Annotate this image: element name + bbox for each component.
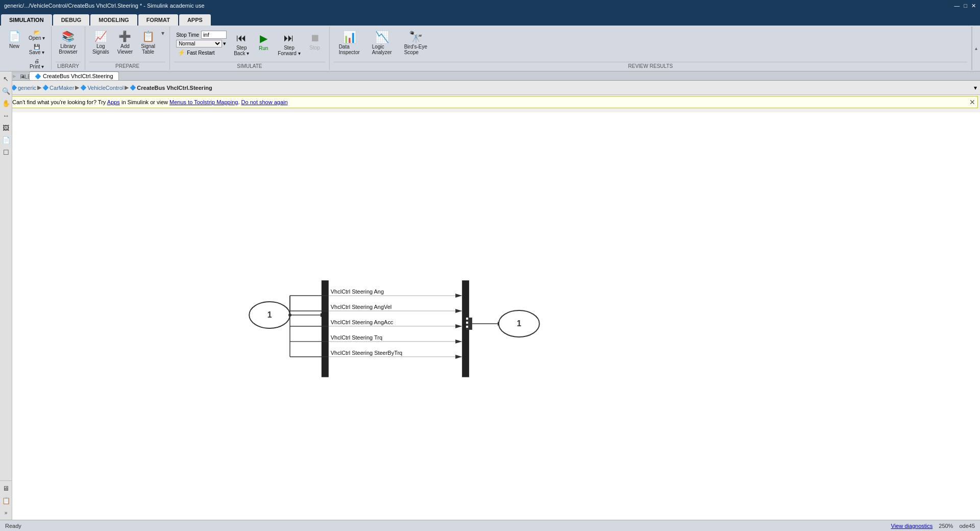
print-icon: 🖨 — [34, 58, 39, 64]
simulation-mode-select[interactable]: Normal Accelerator Rapid Accelerator — [176, 40, 222, 47]
do-not-show-link[interactable]: Do not show again — [241, 99, 288, 105]
add-viewer-label: AddViewer — [117, 43, 133, 55]
breadcrumb-carmaker[interactable]: 🔷 CarMaker — [42, 85, 74, 91]
ribbon-section-simulate: Stop Time Normal Accelerator Rapid Accel… — [170, 27, 330, 70]
status-text: Ready — [5, 523, 21, 529]
ribbon-collapse-button[interactable]: ▴ — [972, 27, 980, 70]
tab-debug[interactable]: DEBUG — [53, 14, 90, 26]
fast-restart-icon: ⚡ — [178, 49, 185, 56]
new-icon: 📄 — [8, 30, 21, 42]
sidebar-rect-tool[interactable]: ☐ — [1, 147, 11, 157]
infobar: ℹ Can't find what you're looking for? Tr… — [2, 96, 978, 108]
editor-tab-label: CreateBus VhclCtrl.Steering — [43, 73, 113, 79]
stop-button[interactable]: ⏹ Stop — [305, 31, 325, 52]
editor-tab-createbus[interactable]: 🔷 CreateBus VhclCtrl.Steering — [29, 71, 119, 80]
signal-arrow-2 — [455, 309, 462, 313]
mode-dropdown-icon[interactable]: ▾ — [223, 40, 226, 47]
add-viewer-button[interactable]: ➕ AddViewer — [114, 29, 136, 56]
breadcrumb-vehiclecontrol-icon: 🔷 — [80, 85, 86, 90]
breadcrumb-generic[interactable]: 🔷 generic — [11, 85, 36, 91]
birds-eye-scope-button[interactable]: 🔭 Bird's-EyeScope — [399, 29, 432, 57]
stop-time-input[interactable] — [201, 31, 227, 39]
print-button[interactable]: 🖨 Print ▾ — [27, 57, 47, 70]
minimize-button[interactable]: — — [954, 3, 960, 9]
signal-arrow-3 — [455, 324, 462, 328]
tab-simulation[interactable]: SIMULATION — [1, 14, 52, 26]
maximize-button[interactable]: □ — [964, 3, 967, 9]
tab-format[interactable]: FORMAT — [138, 14, 178, 26]
ribbon-section-file: 📄 New 📂 Open ▾ 💾 Save ▾ 🖨 Print ▾ FILE — [0, 27, 52, 70]
breadcrumb: 🔷 generic ▶ 🔷 CarMaker ▶ 🔷 VehicleContro… — [11, 84, 212, 91]
infobar-text: Can't find what you're looking for? Try … — [12, 99, 288, 105]
open-icon: 📂 — [34, 30, 40, 35]
collapse-breadcrumb-button[interactable]: ▾ — [974, 84, 977, 91]
data-inspector-icon: 📊 — [342, 31, 356, 44]
fast-restart-button[interactable]: ⚡ Fast Restart — [176, 49, 227, 57]
menus-mapping-link[interactable]: Menus to Toolstrip Mapping — [169, 99, 238, 105]
new-button[interactable]: 📄 New — [4, 29, 24, 51]
open-button[interactable]: 📂 Open ▾ — [27, 29, 47, 42]
data-inspector-button[interactable]: 📊 DataInspector — [334, 29, 365, 57]
data-inspector-label: DataInspector — [339, 44, 360, 55]
add-viewer-icon: ➕ — [118, 30, 131, 42]
fanout-dot — [288, 313, 291, 317]
signal-table-button[interactable]: 📋 SignalTable — [138, 29, 158, 56]
statusbar: Ready View diagnostics 250% ode45 — [0, 520, 980, 531]
editor-tabs-row: ◂ ▸ ▴ 🔷 CreateBus VhclCtrl.Steering — [0, 71, 980, 81]
prepare-section-label: PREPARE — [89, 62, 165, 70]
breadcrumb-vehiclecontrol[interactable]: 🔷 VehicleControl — [80, 85, 124, 91]
tab-modeling[interactable]: MODELING — [90, 14, 137, 26]
step-back-button[interactable]: ⏮ StepBack ▾ — [231, 31, 252, 58]
tab-apps[interactable]: APPS — [179, 14, 211, 26]
apps-link[interactable]: Apps — [107, 99, 120, 105]
stop-label: Stop — [309, 45, 320, 51]
logic-analyzer-icon: 📉 — [375, 31, 389, 44]
infobar-close-button[interactable]: ✕ — [969, 98, 975, 106]
breadcrumb-generic-label: generic — [18, 85, 36, 91]
open-label: Open ▾ — [29, 35, 45, 41]
diagram-canvas: 1 VhclCtrl Steering Ang VhclCtrl Steerin… — [12, 112, 980, 520]
run-label: Run — [259, 45, 268, 51]
signal-label-1: VhclCtrl Steering Ang — [331, 288, 384, 295]
signal-label-2: VhclCtrl Steering AngVel — [331, 304, 392, 310]
ribbon-section-review: 📊 DataInspector 📉 LogicAnalyzer 🔭 Bird's… — [330, 27, 972, 70]
bottom-sidebar-icon2[interactable]: 📋 — [1, 495, 11, 505]
sidebar-area-tool[interactable]: 📄 — [1, 135, 11, 145]
breadcrumb-carmaker-icon: 🔷 — [42, 85, 48, 90]
sidebar-hand-tool[interactable]: ✋ — [1, 98, 11, 108]
signal-table-icon: 📋 — [142, 30, 155, 42]
birds-eye-label: Bird's-EyeScope — [404, 44, 427, 55]
step-back-icon: ⏮ — [236, 32, 247, 44]
breadcrumb-carmaker-label: CarMaker — [50, 85, 74, 91]
library-browser-button[interactable]: 📚 LibraryBrowser — [56, 29, 81, 56]
breadcrumb-createbus-icon: 🔷 — [130, 85, 136, 90]
status-left: Ready — [5, 523, 21, 529]
bottom-sidebar-icon1[interactable]: 🖥 — [1, 483, 11, 493]
sidebar-connect-tool[interactable]: ↔ — [1, 110, 11, 120]
run-button[interactable]: ▶ Run — [253, 31, 274, 53]
window-controls: — □ ✕ — [954, 3, 976, 9]
breadcrumb-createbus-label: CreateBus VhclCtrl.Steering — [137, 85, 212, 91]
sidebar-zoom-tool[interactable]: 🔍 — [1, 86, 11, 96]
expand-button[interactable]: ▾ — [160, 29, 165, 38]
view-diagnostics-link[interactable]: View diagnostics — [891, 523, 933, 529]
bottom-sidebar-expand[interactable]: » — [1, 508, 11, 518]
nav-up-button[interactable]: ▴ — [19, 71, 27, 80]
log-signals-button[interactable]: 📈 LogSignals — [89, 29, 112, 56]
sidebar-annotation-tool[interactable]: 🖼 — [1, 123, 11, 133]
step-forward-button[interactable]: ⏭ StepForward ▾ — [275, 31, 303, 58]
simulate-section-label: SIMULATE — [174, 62, 325, 70]
stop-time-label: Stop Time — [176, 32, 199, 38]
signal-arrow-5 — [455, 355, 462, 359]
logic-analyzer-button[interactable]: 📉 LogicAnalyzer — [367, 29, 397, 57]
close-button[interactable]: ✕ — [971, 3, 976, 9]
breadcrumb-vehiclecontrol-label: VehicleControl — [87, 85, 124, 91]
save-button[interactable]: 💾 Save ▾ — [27, 43, 47, 56]
ribbon-section-prepare: 📈 LogSignals ➕ AddViewer 📋 SignalTable ▾… — [85, 27, 170, 70]
logic-analyzer-label: LogicAnalyzer — [372, 44, 392, 55]
sidebar-select-tool[interactable]: ↖ — [1, 74, 11, 84]
library-label: LibraryBrowser — [59, 43, 78, 55]
signal-arrow-4 — [455, 340, 462, 344]
title-text: generic/.../VehicleControl/CreateBus Vhc… — [4, 3, 205, 9]
signal-label-5: VhclCtrl Steering SteerByTrq — [331, 350, 402, 356]
